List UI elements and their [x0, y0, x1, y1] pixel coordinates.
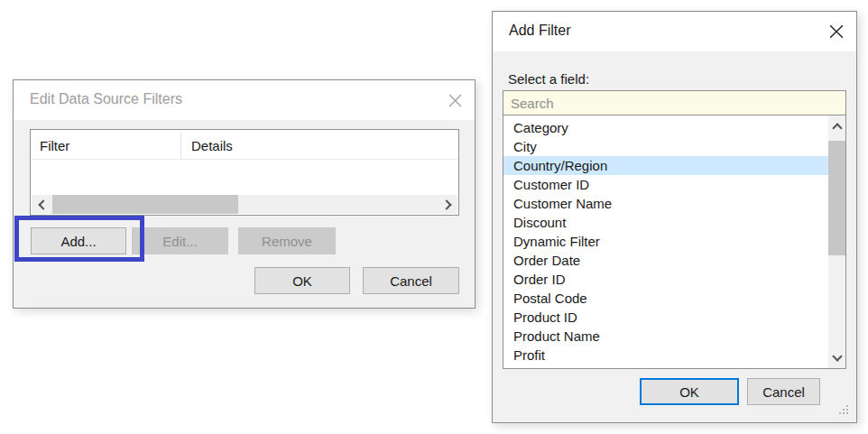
field-list-items: Category City Country/Region Customer ID…: [503, 118, 828, 365]
close-icon[interactable]: [828, 23, 845, 40]
field-option[interactable]: Postal Code: [503, 289, 828, 308]
edit-data-source-filters-dialog: Edit Data Source Filters Filter Details …: [13, 79, 476, 309]
close-icon[interactable]: [447, 92, 463, 108]
edit-button[interactable]: Edit...: [132, 227, 228, 254]
add-filter-dialog: Add Filter Select a field: Category City…: [492, 11, 857, 423]
scroll-down-icon[interactable]: [828, 348, 845, 366]
scroll-left-icon[interactable]: [32, 195, 51, 214]
column-header-details: Details: [191, 138, 233, 153]
scroll-right-icon[interactable]: [438, 195, 457, 214]
field-option[interactable]: Customer Name: [503, 194, 828, 213]
field-option[interactable]: Product Name: [503, 327, 828, 346]
field-option[interactable]: Order Date: [503, 251, 828, 270]
vertical-scrollbar[interactable]: [828, 115, 845, 368]
field-option[interactable]: Category: [503, 118, 828, 137]
field-option[interactable]: Discount: [503, 213, 828, 232]
add-button[interactable]: Add...: [31, 227, 126, 254]
dialog-title: Edit Data Source Filters: [30, 91, 182, 107]
horizontal-scrollbar-thumb[interactable]: [52, 195, 238, 214]
titlebar: Add Filter: [493, 12, 856, 51]
column-header-filter: Filter: [40, 138, 69, 153]
field-option[interactable]: Profit: [503, 346, 828, 365]
search-input[interactable]: [503, 90, 846, 115]
column-separator: [180, 132, 181, 159]
ok-button[interactable]: OK: [640, 378, 739, 405]
horizontal-scrollbar[interactable]: [32, 195, 457, 214]
cancel-button[interactable]: Cancel: [363, 267, 459, 294]
cancel-button[interactable]: Cancel: [747, 378, 820, 405]
scroll-up-icon[interactable]: [828, 117, 845, 135]
field-option[interactable]: City: [503, 137, 828, 156]
header-divider: [31, 159, 458, 160]
resize-grip[interactable]: [846, 412, 848, 414]
field-option[interactable]: Order ID: [503, 270, 828, 289]
field-option[interactable]: Dynamic Filter: [503, 232, 828, 251]
dialog-title: Add Filter: [509, 23, 570, 39]
select-field-label: Select a field:: [508, 71, 589, 87]
vertical-scrollbar-thumb[interactable]: [828, 141, 845, 255]
field-option[interactable]: Product ID: [503, 308, 828, 327]
field-option-selected[interactable]: Country/Region: [503, 156, 828, 175]
filters-table: Filter Details: [30, 129, 459, 216]
ok-button[interactable]: OK: [254, 267, 350, 294]
titlebar: Edit Data Source Filters: [14, 80, 475, 120]
field-option[interactable]: Customer ID: [503, 175, 828, 194]
field-list: Category City Country/Region Customer ID…: [503, 115, 846, 369]
remove-button[interactable]: Remove: [238, 227, 336, 254]
